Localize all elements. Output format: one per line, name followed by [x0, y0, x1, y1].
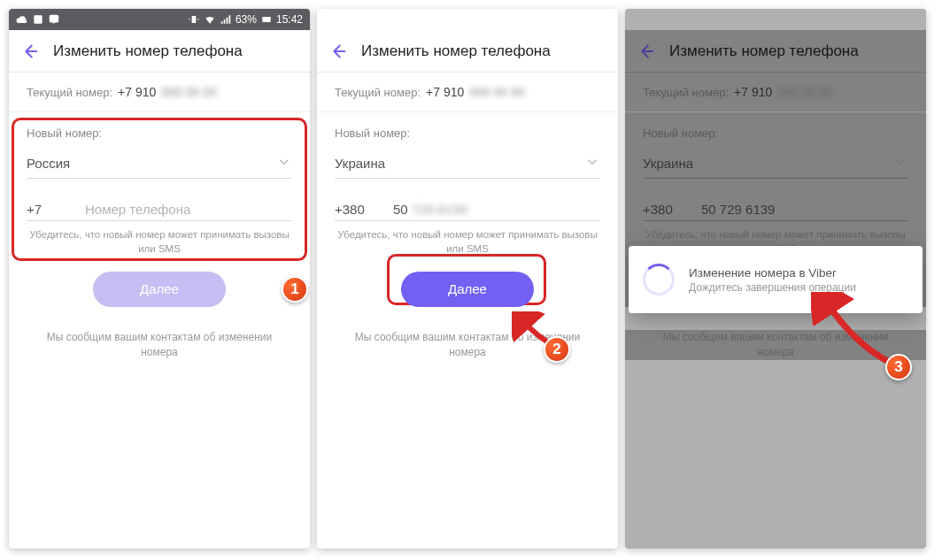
phone-hint: Убедитесь, что новый номер может принима…: [335, 228, 600, 256]
page-title: Изменить номер телефона: [361, 42, 551, 60]
current-number-value: +7 910: [734, 85, 772, 99]
country-value: Украина: [335, 156, 385, 171]
page-title: Изменить номер телефона: [669, 42, 859, 60]
phone-prefix: +380: [335, 202, 374, 217]
step-badge-1: 1: [282, 276, 308, 303]
back-arrow-icon: [636, 42, 655, 61]
back-arrow-icon[interactable]: [328, 42, 347, 61]
country-select[interactable]: Россия: [27, 149, 292, 179]
next-button[interactable]: Далее: [401, 272, 534, 307]
chevron-down-icon: [276, 154, 292, 173]
current-number-row: Текущий номер: +7 910 888 88 88: [317, 73, 618, 112]
footnote: Мы сообщим вашим контактам об изменении …: [625, 330, 926, 360]
dialog-subtitle: Дождитесь завершения операции: [689, 281, 856, 294]
dialog-title: Изменение номера в Viber: [689, 266, 856, 280]
screenshot-icon: [32, 13, 44, 26]
current-number-hidden: 888 88 88: [777, 85, 832, 99]
signal-icon: [220, 13, 232, 26]
current-number-hidden: 888 88 88: [469, 85, 524, 99]
new-number-label: Новый номер:: [27, 127, 292, 140]
new-number-label: Новый номер:: [643, 127, 908, 140]
chevron-down-icon: [892, 154, 908, 173]
footnote: Мы сообщим вашим контактам об изменении …: [317, 330, 618, 360]
next-button[interactable]: Далее: [93, 272, 226, 307]
clock: 15:42: [276, 13, 303, 26]
app-bar: Изменить номер телефона: [317, 30, 618, 73]
country-value: Украина: [643, 156, 693, 171]
phone-input-row: +380 50 729 6139: [643, 198, 908, 221]
viber-icon: [48, 13, 60, 26]
phone-input-row[interactable]: +380 50 729 6139: [335, 198, 600, 221]
chevron-down-icon: [584, 154, 600, 173]
current-number-value: +7 910: [118, 85, 156, 99]
current-number-label: Текущий номер:: [643, 86, 729, 99]
vibrate-icon: [188, 13, 200, 26]
svg-rect-1: [262, 17, 270, 22]
app-bar: Изменить номер телефона: [625, 30, 926, 73]
app-bar: Изменить номер телефона: [9, 30, 310, 73]
current-number-row: Текущий номер: +7 910 888 88 88: [9, 73, 310, 112]
spinner-icon: [643, 264, 675, 295]
phone-number: 50 729 6139: [701, 202, 775, 217]
wifi-icon: [204, 13, 216, 26]
country-value: Россия: [27, 156, 70, 171]
phone-screen-3: Изменить номер телефона Текущий номер: +…: [625, 9, 926, 548]
phone-number-hidden: 729 6139: [412, 202, 467, 217]
battery-icon: [260, 13, 273, 26]
phone-screen-2: Изменить номер телефона Текущий номер: +…: [317, 9, 618, 548]
cloud-icon: [16, 13, 28, 26]
phone-screen-1: 63% 15:42 Изменить номер телефона Текущи…: [9, 9, 310, 548]
battery-percent: 63%: [236, 13, 257, 26]
new-number-form: Новый номер: Россия +7 Номер телефона Уб…: [9, 112, 310, 307]
new-number-form: Новый номер: Украина +380 50 729 6139 Уб…: [317, 112, 618, 307]
current-number-row: Текущий номер: +7 910 888 88 88: [625, 73, 926, 112]
step-badge-3: 3: [885, 354, 912, 380]
current-number-label: Текущий номер:: [335, 86, 421, 99]
svg-rect-0: [34, 15, 42, 23]
step-badge-2: 2: [544, 336, 570, 363]
new-number-label: Новый номер:: [335, 127, 600, 140]
phone-prefix: +7: [27, 202, 66, 217]
progress-dialog: Изменение номера в Viber Дождитесь завер…: [629, 246, 923, 313]
phone-prefix: +380: [643, 202, 682, 217]
footnote: Мы сообщим вашим контактам об изменении …: [9, 330, 310, 360]
current-number-value: +7 910: [426, 85, 464, 99]
back-arrow-icon[interactable]: [19, 42, 39, 61]
phone-input-row[interactable]: +7 Номер телефона: [27, 198, 292, 221]
country-select[interactable]: Украина: [335, 149, 600, 179]
page-title: Изменить номер телефона: [53, 42, 243, 60]
current-number-hidden: 888 88 88: [161, 85, 216, 99]
phone-placeholder: Номер телефона: [85, 202, 190, 217]
current-number-label: Текущий номер:: [27, 86, 112, 99]
country-select: Украина: [643, 149, 908, 179]
status-bar: 63% 15:42: [9, 9, 310, 30]
phone-hint: Убедитесь, что новый номер может принима…: [27, 228, 292, 256]
phone-number-visible: 50: [393, 202, 408, 217]
